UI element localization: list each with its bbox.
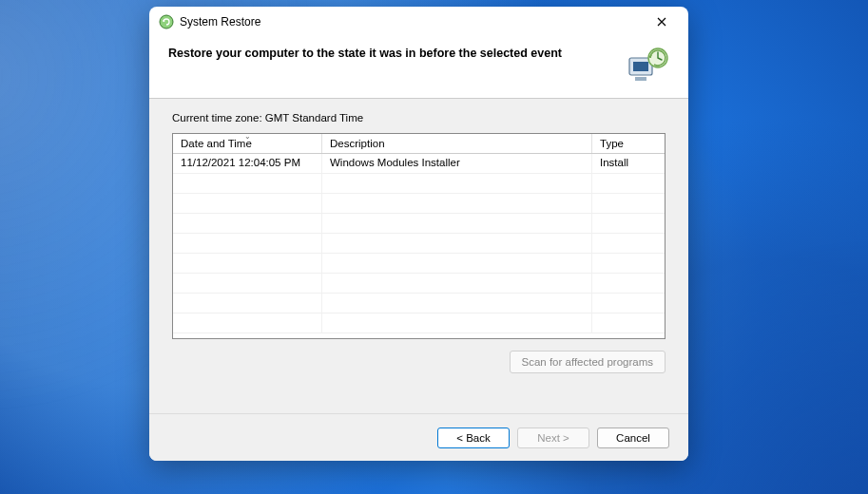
cell-date-time: 11/12/2021 12:04:05 PM	[173, 154, 322, 173]
wizard-header: Restore your computer to the state it wa…	[149, 37, 688, 99]
close-icon	[657, 17, 666, 27]
column-description[interactable]: Description	[322, 134, 592, 153]
table-row	[173, 254, 665, 274]
svg-point-0	[160, 15, 173, 28]
timezone-label: Current time zone:	[172, 112, 262, 124]
grid-header: ⌄ Date and Time Description Type	[173, 134, 665, 154]
cell-type: Install	[592, 154, 665, 173]
title-bar[interactable]: System Restore	[149, 7, 688, 37]
table-row	[173, 314, 665, 333]
restore-header-icon	[626, 45, 669, 85]
table-row	[173, 294, 665, 314]
scan-row: Scan for affected programs	[172, 351, 665, 373]
window-title: System Restore	[180, 15, 640, 28]
cancel-button[interactable]: Cancel	[597, 428, 669, 448]
table-row	[173, 234, 665, 254]
table-row	[173, 214, 665, 234]
system-restore-icon	[159, 14, 174, 29]
close-button[interactable]	[640, 9, 683, 35]
table-row	[173, 194, 665, 214]
table-row	[173, 174, 665, 194]
column-description-label: Description	[330, 138, 385, 149]
system-restore-dialog: System Restore Restore your computer to …	[149, 7, 688, 461]
scan-affected-programs-button: Scan for affected programs	[510, 351, 666, 373]
timezone-value: GMT Standard Time	[265, 112, 363, 124]
back-button[interactable]: < Back	[437, 428, 510, 448]
next-button: Next >	[517, 428, 589, 448]
restore-points-list[interactable]: ⌄ Date and Time Description Type 11/12/2…	[172, 133, 665, 339]
table-row[interactable]: 11/12/2021 12:04:05 PM Windows Modules I…	[173, 154, 665, 174]
wizard-footer: < Back Next > Cancel	[149, 413, 688, 461]
column-date-time[interactable]: ⌄ Date and Time	[173, 134, 322, 153]
svg-rect-2	[633, 62, 648, 71]
column-type-label: Type	[600, 138, 624, 149]
sort-desc-icon: ⌄	[244, 133, 251, 141]
table-row	[173, 274, 665, 294]
page-heading: Restore your computer to the state it wa…	[168, 45, 626, 60]
cell-description: Windows Modules Installer	[322, 154, 592, 173]
grid-body: 11/12/2021 12:04:05 PM Windows Modules I…	[173, 154, 665, 338]
column-type[interactable]: Type	[592, 134, 665, 153]
column-date-time-label: Date and Time	[181, 138, 252, 149]
svg-rect-3	[635, 77, 646, 81]
wizard-body: Current time zone: GMT Standard Time ⌄ D…	[149, 99, 688, 413]
timezone-line: Current time zone: GMT Standard Time	[172, 112, 665, 124]
